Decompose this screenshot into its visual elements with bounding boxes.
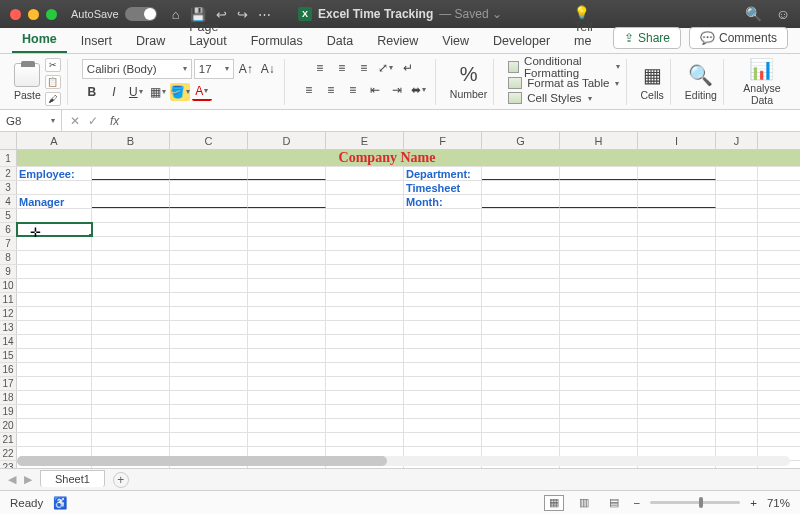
month-input-h[interactable] bbox=[560, 195, 638, 208]
cell-C15[interactable] bbox=[170, 349, 248, 362]
employee-label[interactable]: Employee: bbox=[17, 167, 92, 180]
indent-right-icon[interactable]: ⇥ bbox=[387, 81, 407, 99]
cell-H9[interactable] bbox=[560, 265, 638, 278]
share-button[interactable]: ⇪ Share bbox=[613, 27, 681, 49]
zoom-in-button[interactable]: + bbox=[750, 497, 757, 509]
row-header-6[interactable]: 6 bbox=[0, 223, 17, 236]
fx-icon[interactable]: fx bbox=[110, 114, 119, 128]
minimize-window[interactable] bbox=[28, 9, 39, 20]
cell-B10[interactable] bbox=[92, 279, 170, 292]
tab-view[interactable]: View bbox=[432, 29, 479, 53]
cell-E19[interactable] bbox=[326, 405, 404, 418]
zoom-slider[interactable] bbox=[650, 501, 740, 504]
cell-E10[interactable] bbox=[326, 279, 404, 292]
zoom-out-button[interactable]: − bbox=[634, 497, 641, 509]
horizontal-scrollbar[interactable] bbox=[17, 456, 790, 466]
add-sheet-button[interactable]: + bbox=[113, 472, 129, 488]
editing-button[interactable]: 🔍 Editing bbox=[685, 63, 717, 101]
cell-I17[interactable] bbox=[638, 377, 716, 390]
cell-J2[interactable] bbox=[716, 167, 758, 180]
company-name-cell[interactable]: Company Name bbox=[17, 150, 758, 166]
cell-G20[interactable] bbox=[482, 419, 560, 432]
cell-D5[interactable] bbox=[248, 209, 326, 222]
cell-A11[interactable] bbox=[17, 293, 92, 306]
cell-A16[interactable] bbox=[17, 363, 92, 376]
cell-C20[interactable] bbox=[170, 419, 248, 432]
cell-G15[interactable] bbox=[482, 349, 560, 362]
cell-I9[interactable] bbox=[638, 265, 716, 278]
selected-cell[interactable] bbox=[17, 223, 92, 236]
page-break-view-icon[interactable]: ▤ bbox=[604, 495, 624, 511]
cell-J14[interactable] bbox=[716, 335, 758, 348]
cell-B11[interactable] bbox=[92, 293, 170, 306]
undo-icon[interactable]: ↩ bbox=[216, 7, 227, 22]
department-input-g[interactable] bbox=[482, 167, 560, 180]
cell-H16[interactable] bbox=[560, 363, 638, 376]
sheet-tab-1[interactable]: Sheet1 bbox=[40, 470, 105, 487]
cell-H3[interactable] bbox=[560, 181, 638, 194]
cell-E15[interactable] bbox=[326, 349, 404, 362]
cell-C12[interactable] bbox=[170, 307, 248, 320]
cell-H13[interactable] bbox=[560, 321, 638, 334]
cell-C5[interactable] bbox=[170, 209, 248, 222]
tab-page-layout[interactable]: Page Layout bbox=[179, 15, 237, 53]
cell-C7[interactable] bbox=[170, 237, 248, 250]
cell-A20[interactable] bbox=[17, 419, 92, 432]
cell-I8[interactable] bbox=[638, 251, 716, 264]
col-header-J[interactable]: J bbox=[716, 132, 758, 149]
cell-F18[interactable] bbox=[404, 391, 482, 404]
col-header-D[interactable]: D bbox=[248, 132, 326, 149]
cell-H10[interactable] bbox=[560, 279, 638, 292]
close-window[interactable] bbox=[10, 9, 21, 20]
cell-I11[interactable] bbox=[638, 293, 716, 306]
col-header-B[interactable]: B bbox=[92, 132, 170, 149]
col-header-F[interactable]: F bbox=[404, 132, 482, 149]
format-table-button[interactable]: Format as Table▾ bbox=[508, 77, 619, 90]
row-header-22[interactable]: 22 bbox=[0, 447, 17, 460]
cell-A9[interactable] bbox=[17, 265, 92, 278]
cell-F20[interactable] bbox=[404, 419, 482, 432]
cell-F13[interactable] bbox=[404, 321, 482, 334]
cell-I18[interactable] bbox=[638, 391, 716, 404]
cell-B9[interactable] bbox=[92, 265, 170, 278]
sheet-next-icon[interactable]: ▶ bbox=[24, 473, 32, 486]
cut-icon[interactable]: ✂ bbox=[45, 58, 61, 72]
fill-color-button[interactable]: 🪣▾ bbox=[170, 83, 190, 101]
cell-G18[interactable] bbox=[482, 391, 560, 404]
employee-input-c[interactable] bbox=[170, 167, 248, 180]
tab-insert[interactable]: Insert bbox=[71, 29, 122, 53]
underline-button[interactable]: U▾ bbox=[126, 83, 146, 101]
face-icon[interactable]: ☺ bbox=[776, 6, 790, 22]
autosave-toggle[interactable] bbox=[125, 7, 157, 21]
cell-G16[interactable] bbox=[482, 363, 560, 376]
increase-font-icon[interactable]: A↑ bbox=[236, 60, 256, 78]
row-header-13[interactable]: 13 bbox=[0, 321, 17, 334]
row-header-4[interactable]: 4 bbox=[0, 195, 17, 208]
zoom-level[interactable]: 71% bbox=[767, 497, 790, 509]
cell-H15[interactable] bbox=[560, 349, 638, 362]
cell-J10[interactable] bbox=[716, 279, 758, 292]
cell-J17[interactable] bbox=[716, 377, 758, 390]
cell-D12[interactable] bbox=[248, 307, 326, 320]
cell-F12[interactable] bbox=[404, 307, 482, 320]
wrap-text-icon[interactable]: ↵ bbox=[398, 59, 418, 77]
cell-B13[interactable] bbox=[92, 321, 170, 334]
cell-F14[interactable] bbox=[404, 335, 482, 348]
align-middle-icon[interactable]: ≡ bbox=[332, 59, 352, 77]
cell-D8[interactable] bbox=[248, 251, 326, 264]
cell-D6[interactable] bbox=[248, 223, 326, 236]
cell-J6[interactable] bbox=[716, 223, 758, 236]
manager-input-d[interactable] bbox=[248, 195, 326, 208]
cell-C21[interactable] bbox=[170, 433, 248, 446]
cell-E11[interactable] bbox=[326, 293, 404, 306]
cell-J5[interactable] bbox=[716, 209, 758, 222]
cell-styles-button[interactable]: Cell Styles▾ bbox=[508, 92, 591, 105]
cell-A15[interactable] bbox=[17, 349, 92, 362]
cell-D10[interactable] bbox=[248, 279, 326, 292]
enter-formula-icon[interactable]: ✓ bbox=[88, 114, 98, 128]
cell-B14[interactable] bbox=[92, 335, 170, 348]
cell-I13[interactable] bbox=[638, 321, 716, 334]
save-icon[interactable]: 💾 bbox=[190, 7, 206, 22]
cells-button[interactable]: ▦ Cells bbox=[641, 63, 664, 101]
cell-E4[interactable] bbox=[326, 195, 404, 208]
